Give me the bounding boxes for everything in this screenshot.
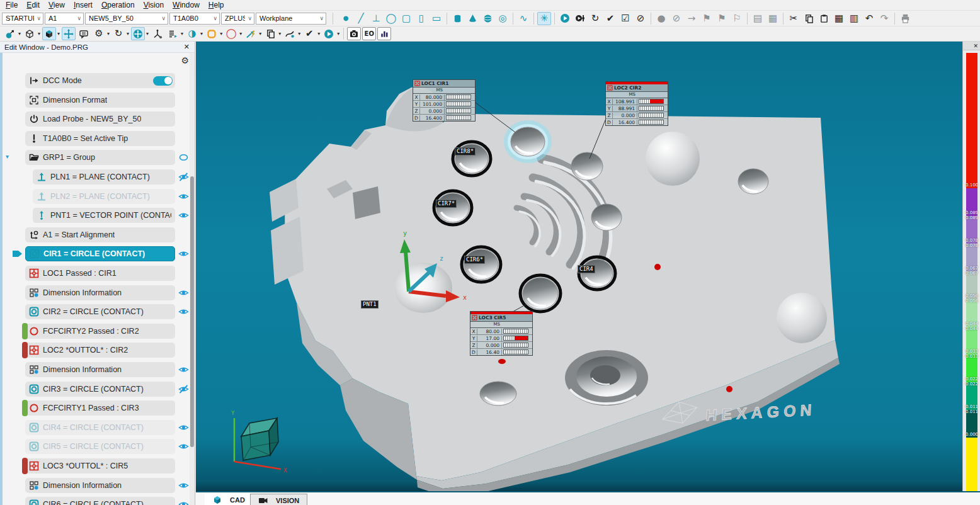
eye-icon[interactable]	[178, 249, 189, 258]
label-cir4[interactable]: CIR4	[578, 265, 595, 273]
report-window-icon[interactable]: ▤	[751, 12, 765, 25]
item-pln1[interactable]: PLN1 = PLANE (CONTACT)	[33, 169, 175, 184]
redo-icon[interactable]: ↷	[877, 12, 891, 25]
camera-icon[interactable]	[347, 27, 361, 40]
eye-icon[interactable]	[178, 288, 189, 297]
comment-icon[interactable]	[77, 27, 91, 40]
document-verify-icon[interactable]: ☑	[618, 12, 632, 25]
eye-icon[interactable]	[178, 192, 189, 201]
view-setup-icon[interactable]	[23, 27, 37, 40]
mark-done-icon[interactable]: ✔	[302, 27, 316, 40]
cad-elements-icon[interactable]	[42, 27, 56, 40]
item-diminfo3[interactable]: Dimension Information	[25, 478, 175, 493]
tip-combo[interactable]: T1A0B0∨	[169, 13, 220, 25]
paste-icon[interactable]	[817, 12, 831, 25]
rotate-view-icon[interactable]: ↻	[111, 27, 125, 40]
cylinder-feature-icon[interactable]	[450, 12, 464, 25]
table-loc2[interactable]: LOC2 CIR2MSX108.991Y88.991Z0.000D16.400	[605, 81, 668, 126]
chevron-down-icon[interactable]: ∨	[248, 15, 252, 21]
eye-icon[interactable]	[178, 153, 189, 162]
parameter-settings-icon-dropdown[interactable]: ▾	[107, 31, 110, 37]
item-active-tip[interactable]: T1A0B0 = Set Active Tip	[25, 131, 175, 146]
item-cir4[interactable]: CIR4 = CIRCLE (CONTACT)	[25, 420, 175, 435]
item-diminfo1[interactable]: Dimension Information	[25, 285, 175, 300]
circle-cir7[interactable]	[434, 191, 472, 225]
bookmark-icon[interactable]: ⚑	[700, 12, 714, 25]
item-cir2[interactable]: CIR2 = CIRCLE (CONTACT)	[25, 304, 175, 319]
eye-icon[interactable]	[178, 307, 189, 316]
sphere-view-icon-dropdown[interactable]: ▾	[200, 31, 203, 37]
circle-cir5[interactable]	[520, 275, 561, 312]
chevron-down-icon[interactable]: ∨	[161, 15, 166, 21]
item-diminfo2[interactable]: Dimension Information	[25, 362, 175, 377]
histogram-icon[interactable]	[377, 27, 391, 40]
item-grp1[interactable]: GRP1 = Group	[25, 150, 175, 165]
eye-slash-icon[interactable]	[178, 385, 189, 394]
circle-gage-icon[interactable]: ◯	[224, 27, 238, 40]
execute-program-icon[interactable]	[558, 12, 572, 25]
menu-edit[interactable]: Edit	[22, 1, 44, 9]
item-cir1[interactable]: CIR1 = CIRCLE (CONTACT)	[25, 246, 175, 261]
sidebar-scrollbar-thumb[interactable]	[190, 176, 194, 447]
item-cir3[interactable]: CIR3 = CIRCLE (CONTACT)	[25, 382, 175, 397]
chevron-down-icon[interactable]: ∨	[319, 15, 324, 21]
bookmark-add-icon[interactable]: ⚑	[715, 12, 729, 25]
table-loc3[interactable]: LOC3 CIR5MSX80.00Y17.00Z0.000D16.40	[470, 311, 533, 356]
cone-feature-icon[interactable]	[465, 12, 479, 25]
window-layout-icon[interactable]	[263, 27, 277, 40]
square-slot-icon[interactable]: ▯	[414, 12, 428, 25]
workplane-combo[interactable]: ZPLUS∨	[221, 13, 254, 25]
item-dimension-format[interactable]: Dimension Format	[25, 93, 175, 108]
menu-view[interactable]: View	[44, 1, 69, 9]
eye-icon[interactable]	[178, 423, 189, 432]
breakpoint-icon[interactable]: ●	[654, 12, 668, 25]
item-load-probe[interactable]: Load Probe - NEW5_BY_50	[25, 111, 175, 127]
sphere-view-icon[interactable]: ◑	[185, 27, 199, 40]
loop-icon[interactable]: ↻	[588, 12, 602, 25]
parameter-settings-icon[interactable]: ⚙	[92, 27, 106, 40]
item-loc3[interactable]: LOC3 *OUTTOL* : CIR5	[25, 458, 175, 474]
feature-import-icon-dropdown[interactable]: ▾	[181, 31, 183, 37]
dcc-mode-toggle[interactable]	[153, 76, 173, 86]
optics-icon[interactable]: EO	[362, 27, 376, 40]
execute-icon-dropdown[interactable]: ▾	[337, 31, 339, 37]
expand-caret-icon[interactable]: ▾	[6, 153, 9, 160]
eye-icon[interactable]	[178, 365, 189, 374]
menu-window[interactable]: Window	[168, 1, 204, 9]
eye-slash-icon[interactable]	[178, 173, 189, 181]
item-dcc-mode[interactable]: DCC Mode	[25, 73, 175, 88]
window-layout-icon-dropdown[interactable]: ▾	[278, 31, 281, 37]
alignment-combo[interactable]: STARTUP∨	[2, 13, 43, 25]
circle-gage-icon-dropdown[interactable]: ▾	[239, 31, 242, 37]
menu-operation[interactable]: Operation	[97, 1, 139, 9]
report-grid-icon[interactable]: ▦	[766, 12, 780, 25]
item-fcfcirty1[interactable]: FCFCIRTY1 Passed : CIR3	[25, 400, 175, 416]
item-cir5[interactable]: CIR5 = CIRCLE (CONTACT)	[25, 439, 175, 454]
chevron-down-icon[interactable]: ∨	[37, 15, 41, 21]
rectangle-feature-icon[interactable]: ▭	[430, 12, 443, 25]
item-pln2[interactable]: PLN2 = PLANE (CONTACT)	[33, 189, 175, 204]
confirm-check-icon[interactable]: ✔	[603, 12, 617, 25]
quick-align-icon-dropdown[interactable]: ▾	[259, 31, 261, 37]
label-cir6[interactable]: CIR6*	[464, 256, 485, 264]
curve-feature-icon[interactable]: ∿	[516, 12, 530, 25]
menu-insert[interactable]: Insert	[69, 1, 97, 9]
quick-feature-icon[interactable]	[283, 27, 297, 40]
view-setup-icon-dropdown[interactable]: ▾	[38, 31, 40, 37]
item-loc1[interactable]: LOC1 Passed : CIR1	[25, 266, 175, 281]
sidebar-scrollbar[interactable]	[190, 53, 195, 505]
translate-view-icon[interactable]	[131, 27, 145, 40]
torus-feature-icon[interactable]: ◎	[496, 12, 510, 25]
probe-axes-icon[interactable]	[151, 27, 164, 40]
table-loc1[interactable]: LOC1 CIR1MSX80.000Y101.000Z0.000D16.400	[413, 79, 476, 122]
bookmark-clear-icon[interactable]: ⚐	[730, 12, 744, 25]
tab-vision[interactable]: VISION	[250, 494, 307, 505]
gear-icon[interactable]: ⚙	[181, 55, 189, 65]
label-cir7[interactable]: CIR7*	[436, 200, 457, 208]
pattern-paste-icon[interactable]: ▦	[832, 12, 846, 25]
execute-icon[interactable]	[322, 27, 336, 40]
item-fcfcirty2[interactable]: FCFCIRTY2 Passed : CIR2	[25, 324, 175, 339]
highlighted-circle-cir1[interactable]	[507, 123, 549, 160]
cad-viewport[interactable]: xyzXYHEXAGON CIR8*CIR7*CIR6*CIR4PNT1LOC1…	[196, 42, 962, 491]
circle-cir4[interactable]	[579, 257, 615, 290]
